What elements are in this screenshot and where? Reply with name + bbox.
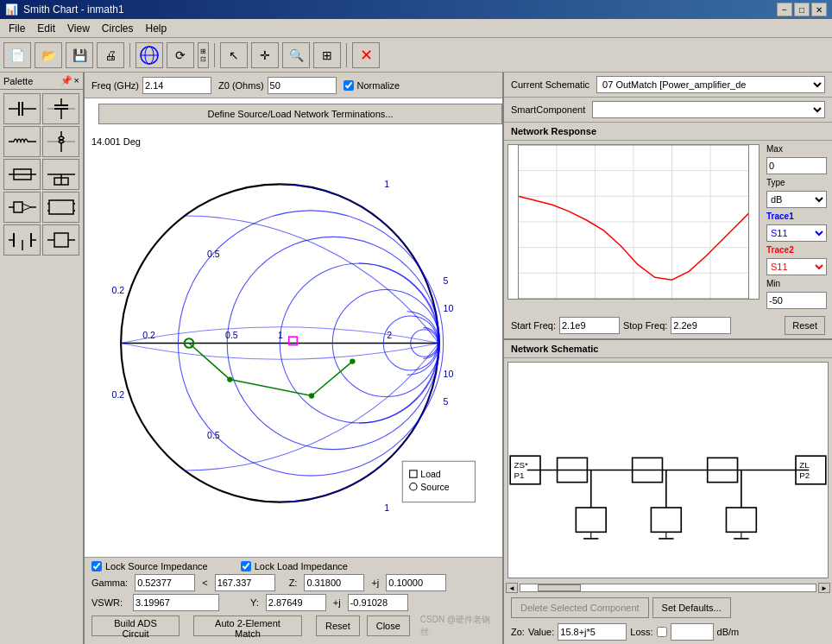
bottom-row-4: Build ADS Circuit Auto 2-Element Match R…: [91, 614, 495, 638]
toolbar-grid[interactable]: ⊞: [313, 42, 341, 68]
palette-item-4[interactable]: [3, 159, 41, 190]
toolbar-arrow[interactable]: ↖: [220, 42, 248, 68]
min-input[interactable]: [766, 292, 827, 309]
freq-input[interactable]: [142, 77, 211, 94]
source-load-container: Define Source/Load Network Terminations.…: [85, 98, 502, 129]
trace2-select[interactable]: S11: [766, 258, 827, 275]
zo-label: Zo:: [511, 627, 525, 637]
toolbar-network[interactable]: [136, 42, 163, 68]
auto-match-button[interactable]: Auto 2-Element Match: [193, 616, 302, 636]
z-label: Z:: [289, 578, 298, 588]
palette-item-9[interactable]: [42, 224, 79, 256]
gamma-value-input[interactable]: [135, 574, 195, 591]
palette-item-8[interactable]: [3, 224, 41, 256]
palette-item-6[interactable]: [3, 192, 41, 223]
current-schematic-select[interactable]: 07 OutMatch [Power_amplifier_de: [596, 76, 825, 93]
set-defaults-button[interactable]: Set Defaults...: [652, 597, 731, 618]
main-container: Palette 📌 ×: [0, 73, 832, 644]
delete-component-button[interactable]: Delete Selected Component: [511, 597, 649, 618]
scrollbar-thumb[interactable]: [538, 584, 581, 591]
svg-text:0.2: 0.2: [112, 389, 125, 400]
palette-item-1[interactable]: [42, 93, 79, 124]
smart-component-select[interactable]: [592, 101, 825, 118]
bottom-row-2: Gamma: < Z: +j: [91, 574, 495, 591]
z-real-input[interactable]: [304, 574, 364, 591]
toolbar-sep-2: [214, 43, 215, 67]
svg-text:1: 1: [278, 330, 283, 340]
toolbar-refresh[interactable]: ⟳: [167, 42, 194, 68]
menu-circles[interactable]: Circles: [97, 21, 139, 36]
palette-item-7[interactable]: [42, 192, 79, 223]
vswr-label: VSWR:: [91, 597, 126, 608]
z0-input[interactable]: [268, 77, 337, 94]
current-schematic-label: Current Schematic: [511, 79, 589, 90]
reset-smith-button[interactable]: Reset: [316, 616, 360, 636]
y-real-input[interactable]: [266, 594, 326, 611]
type-select[interactable]: dB: [766, 191, 827, 208]
trace1-label: Trace1: [766, 212, 829, 221]
loss-checkbox[interactable]: [657, 627, 667, 637]
y-label: Y:: [250, 597, 259, 608]
normalize-group: Normalize: [344, 80, 400, 91]
minimize-button[interactable]: −: [777, 3, 792, 16]
normalize-checkbox[interactable]: [344, 80, 354, 91]
trace1-select[interactable]: S11: [766, 224, 827, 242]
max-input[interactable]: [766, 157, 827, 174]
toolbar-new[interactable]: 📄: [3, 42, 31, 68]
z-imag-input[interactable]: [386, 574, 446, 591]
lock-source-label: Lock Source Impedance: [105, 561, 208, 571]
angle-value-input[interactable]: [215, 574, 275, 591]
plus-j-2: +j: [333, 597, 341, 608]
z0-group: Z0 (Ohms): [218, 77, 337, 94]
scroll-right-btn[interactable]: ►: [818, 583, 830, 593]
palette-item-3[interactable]: [42, 126, 79, 157]
toolbar-box-selector[interactable]: ⊞⊡: [198, 42, 209, 68]
palette-pin[interactable]: 📌: [60, 75, 72, 86]
y-imag-input[interactable]: [348, 594, 408, 611]
smith-chart-canvas[interactable]: 14.001 Deg: [85, 129, 502, 557]
svg-text:ZL: ZL: [799, 460, 810, 470]
lock-source-checkbox[interactable]: [91, 561, 102, 571]
toolbar-open[interactable]: 📂: [35, 42, 62, 68]
toolbar-print[interactable]: 🖨: [97, 42, 124, 68]
toolbar-sep-1: [129, 43, 130, 67]
type-label: Type: [766, 178, 829, 187]
close-window-button[interactable]: ✕: [811, 3, 827, 16]
value-input[interactable]: [558, 623, 627, 641]
loss-input[interactable]: [671, 623, 714, 641]
palette-title: Palette: [3, 76, 33, 86]
toolbar-save[interactable]: 💾: [66, 42, 93, 68]
vswr-value-input[interactable]: [133, 594, 219, 611]
svg-text:0.5: 0.5: [225, 330, 238, 340]
menu-file[interactable]: File: [3, 21, 30, 36]
stop-freq-input[interactable]: [671, 317, 731, 334]
maximize-button[interactable]: □: [794, 3, 810, 16]
svg-text:10: 10: [444, 303, 454, 313]
palette-item-0[interactable]: [3, 93, 41, 124]
toolbar-delete[interactable]: ✕: [352, 42, 380, 68]
palette-close[interactable]: ×: [74, 75, 79, 86]
value-label: Value:: [528, 627, 554, 637]
start-freq-label: Start Freq:: [511, 320, 556, 331]
start-freq-input[interactable]: [559, 317, 620, 334]
toolbar-move[interactable]: ✛: [251, 42, 279, 68]
angle-display: 14.001 Deg: [91, 136, 141, 147]
toolbar-zoom[interactable]: 🔍: [282, 42, 310, 68]
network-response-reset-button[interactable]: Reset: [785, 316, 825, 335]
smith-chart-area: Freq (GHz) Z0 (Ohms) Normalize Define So…: [85, 73, 504, 644]
define-terminations-button[interactable]: Define Source/Load Network Terminations.…: [98, 104, 502, 124]
stop-freq-label: Stop Freq:: [623, 320, 667, 331]
schematic-canvas: ZS* P1: [507, 362, 829, 578]
close-smith-button[interactable]: Close: [367, 616, 410, 636]
menu-view[interactable]: View: [62, 21, 95, 36]
menu-edit[interactable]: Edit: [32, 21, 60, 36]
palette-item-5[interactable]: [42, 159, 79, 190]
build-ads-button[interactable]: Build ADS Circuit: [91, 616, 180, 636]
schematic-svg: ZS* P1: [508, 363, 828, 578]
menu-help[interactable]: Help: [141, 21, 173, 36]
lock-load-checkbox[interactable]: [241, 561, 251, 571]
horizontal-scrollbar-track[interactable]: [520, 584, 816, 592]
palette-item-2[interactable]: [3, 126, 41, 157]
svg-line-25: [22, 207, 31, 211]
scroll-left-btn[interactable]: ◄: [506, 583, 518, 593]
